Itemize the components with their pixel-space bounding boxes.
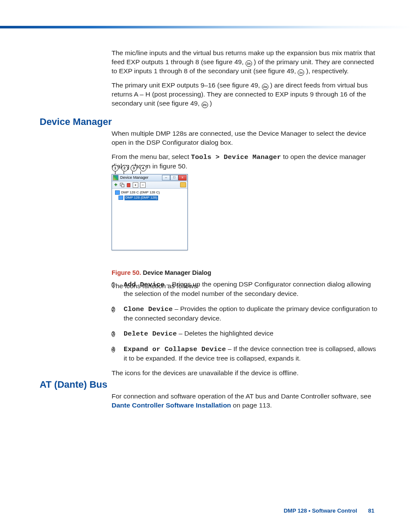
device-manager-window: Device Manager – □ x + – xyxy=(112,174,188,250)
function-name: Delete Device xyxy=(124,330,177,338)
tree-item-label: DMP 128 C (DMP 128 C) xyxy=(121,190,160,195)
body-text: The icons for the devices are unavailabl… xyxy=(112,369,379,378)
window-maximize-button[interactable]: □ xyxy=(170,175,178,180)
heading-device-manager: Device Manager xyxy=(40,115,112,128)
device-icon xyxy=(118,196,123,200)
list-item: 2 Clone Device – Provides the option to … xyxy=(112,305,379,323)
menu-path: Tools > Device Manager xyxy=(191,153,281,161)
list-number-circle: 1 xyxy=(112,282,115,288)
function-name: Expand or Collapse Device xyxy=(124,345,226,353)
figure-caption: Figure 50. Device Manager Dialog xyxy=(112,269,379,277)
clone-device-icon[interactable] xyxy=(120,183,125,187)
body-text: on page 113. xyxy=(231,401,272,409)
ref-circle-1c: 1c xyxy=(298,69,304,76)
device-icon xyxy=(115,190,120,195)
ref-circle-1b: 1b xyxy=(246,60,252,67)
function-desc: – Deletes the highlighted device xyxy=(177,330,274,337)
open-folder-icon[interactable] xyxy=(180,182,186,187)
heading-at-dante-bus: AT (Dante) Bus xyxy=(40,378,107,391)
page-number: 81 xyxy=(368,507,374,514)
ref-circle-2b: 2b xyxy=(202,102,208,108)
page-footer: DMP 128 • Software Control 81 xyxy=(283,507,374,515)
figure-device-manager-dialog: 1 2 3 4 Device Manager – □ x xyxy=(112,174,187,262)
window-minimize-button[interactable]: – xyxy=(162,175,170,180)
function-name: Add Device xyxy=(124,281,165,289)
callout-2: 2 xyxy=(121,165,128,171)
list-item: 3 Delete Device – Deletes the highlighte… xyxy=(112,329,379,339)
callout-4: 4 xyxy=(140,165,146,171)
body-text: From the menu bar, select xyxy=(112,153,191,160)
at-bus-section: For connection and software operation of… xyxy=(112,392,379,415)
callout-3: 3 xyxy=(131,165,137,171)
paragraph-exp-mix: The mic/line inputs and the virtual bus … xyxy=(112,49,379,113)
device-tree[interactable]: DMP 128 C (DMP 128 C) DMP 128 (DMP 128) xyxy=(112,189,187,202)
delete-device-icon[interactable] xyxy=(126,183,131,187)
list-number-circle: 4 xyxy=(112,347,115,352)
list-number-circle: 3 xyxy=(112,331,115,337)
figure-number: Figure 50. xyxy=(112,269,141,276)
window-title: Device Manager xyxy=(120,175,149,180)
list-item: 4 Expand or Collapse Device – If the dev… xyxy=(112,345,379,363)
list-item: 1 Add Device – Brings up the opening DSP… xyxy=(112,280,379,299)
body-text: ) xyxy=(210,100,212,107)
expand-tree-icon[interactable]: + xyxy=(133,182,138,188)
link-dante-install[interactable]: Dante Controller Software Installation xyxy=(112,401,231,409)
collapse-tree-icon[interactable]: – xyxy=(140,182,146,188)
footer-doc-title: DMP 128 • Software Control xyxy=(283,507,357,514)
tree-item-label: DMP 128 (DMP 128) xyxy=(125,196,158,200)
dm-intro: When multiple DMP 128s are connected, us… xyxy=(112,129,379,176)
svg-rect-1 xyxy=(121,184,124,187)
tree-item[interactable]: DMP 128 C (DMP 128 C) xyxy=(115,190,185,195)
figure-title: Device Manager Dialog xyxy=(141,269,212,276)
page-header-rule xyxy=(0,26,411,28)
add-device-icon[interactable] xyxy=(113,183,118,187)
window-titlebar[interactable]: Device Manager – □ x xyxy=(112,174,187,181)
tree-item-selected[interactable]: DMP 128 (DMP 128) xyxy=(118,196,185,200)
ref-circle-2a: 2a xyxy=(262,84,268,90)
body-text: When multiple DMP 128s are connected, us… xyxy=(112,129,379,147)
list-number-circle: 2 xyxy=(112,307,115,312)
callout-1: 1 xyxy=(112,165,118,171)
body-text: The primary unit EXP outputs 9–16 (see f… xyxy=(112,81,262,89)
body-text: ), respectively. xyxy=(306,67,349,75)
toolbar: + – xyxy=(112,181,187,189)
svg-rect-2 xyxy=(127,184,130,187)
function-name: Clone Device xyxy=(124,305,173,313)
window-close-button[interactable]: x xyxy=(178,175,187,180)
app-icon xyxy=(113,175,118,180)
body-text: For connection and software operation of… xyxy=(112,392,371,400)
